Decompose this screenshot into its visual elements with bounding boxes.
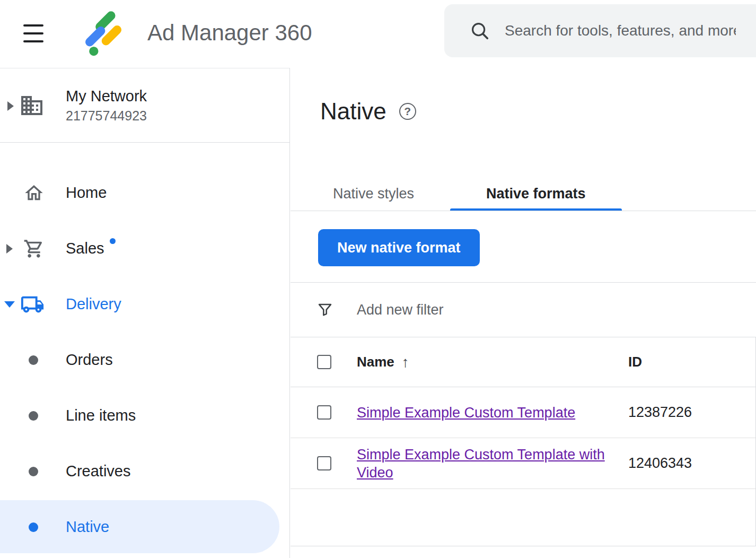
sales-notification-dot — [110, 238, 116, 244]
native-formats-table: Name ↑ ID Simple Example Custom Template… — [291, 337, 756, 546]
collapse-delivery-icon[interactable] — [4, 301, 15, 308]
selected-item-highlight — [0, 500, 279, 553]
filter-funnel-icon — [316, 301, 334, 319]
help-icon[interactable]: ? — [399, 103, 416, 120]
table-header-row: Name ↑ ID — [291, 337, 755, 387]
bullet-icon — [29, 411, 38, 421]
main-content: Native ? Native styles Native formats Ne… — [291, 68, 756, 558]
native-format-link[interactable]: Simple Example Custom Template with Vide… — [357, 446, 606, 482]
sidebar-item-delivery[interactable]: Delivery — [0, 276, 289, 332]
sidebar-item-native[interactable]: Native — [0, 499, 289, 555]
sidebar-item-line-items[interactable]: Line items — [0, 388, 289, 443]
sidebar-item-label: Orders — [66, 351, 113, 369]
sidebar-item-creatives[interactable]: Creatives — [0, 443, 289, 499]
new-native-format-button[interactable]: New native format — [318, 229, 480, 266]
search-bar[interactable] — [444, 4, 756, 57]
sidebar-item-label: Creatives — [66, 463, 131, 480]
cart-icon — [23, 238, 45, 259]
name-column-header[interactable]: Name — [357, 354, 394, 370]
ad-manager-app: { "header": { "app_title": "Ad Manager 3… — [0, 0, 756, 558]
select-all-checkbox[interactable] — [317, 355, 331, 369]
native-format-link[interactable]: Simple Example Custom Template — [357, 404, 575, 422]
filter-label: Add new filter — [357, 302, 444, 318]
network-name: My Network — [66, 88, 147, 105]
search-icon — [470, 21, 490, 41]
expand-sales-icon[interactable] — [6, 244, 13, 254]
sidebar-item-label: Native — [66, 518, 109, 536]
bullet-icon — [29, 355, 38, 365]
native-format-id: 12387226 — [628, 404, 692, 421]
sidebar: My Network 21775744923 Home Sales Delive… — [0, 68, 290, 558]
delivery-truck-icon — [20, 292, 45, 317]
sidebar-item-label: Delivery — [66, 295, 121, 313]
tab-native-formats[interactable]: Native formats — [450, 177, 622, 211]
id-column-header[interactable]: ID — [628, 354, 642, 370]
expand-network-icon[interactable] — [7, 101, 14, 111]
table-row: Simple Example Custom Template with Vide… — [291, 438, 755, 489]
tab-bar: Native styles Native formats — [291, 177, 756, 211]
add-filter-button[interactable]: Add new filter — [291, 282, 756, 337]
sidebar-nav: Home Sales Delivery Orders Line items — [0, 143, 289, 555]
sidebar-item-label: Sales — [66, 240, 104, 257]
native-format-id: 12406343 — [628, 455, 692, 472]
bullet-icon — [29, 467, 38, 476]
search-input[interactable] — [504, 22, 737, 40]
table-row: Simple Example Custom Template 12387226 — [291, 387, 755, 438]
sidebar-item-orders[interactable]: Orders — [0, 332, 289, 388]
page-title: Native — [320, 98, 386, 125]
network-building-icon — [19, 93, 45, 118]
bullet-icon — [29, 522, 38, 532]
sort-ascending-icon: ↑ — [402, 354, 409, 371]
app-title: Ad Manager 360 — [147, 20, 312, 46]
ad-manager-logo[interactable] — [80, 8, 128, 57]
top-app-bar: Ad Manager 360 — [0, 0, 756, 68]
table-empty-area — [291, 489, 755, 546]
sidebar-item-label: Line items — [66, 407, 136, 424]
sidebar-item-sales[interactable]: Sales — [0, 221, 289, 276]
row-checkbox[interactable] — [317, 456, 331, 470]
sidebar-item-home[interactable]: Home — [0, 165, 289, 221]
home-icon — [23, 182, 45, 204]
row-checkbox[interactable] — [317, 405, 331, 420]
sidebar-item-label: Home — [66, 184, 107, 202]
network-id: 21775744923 — [66, 108, 147, 124]
network-selector[interactable]: My Network 21775744923 — [0, 68, 289, 143]
tab-native-styles[interactable]: Native styles — [297, 177, 450, 211]
menu-hamburger-icon[interactable] — [23, 24, 43, 42]
page-header: Native ? — [291, 68, 756, 125]
